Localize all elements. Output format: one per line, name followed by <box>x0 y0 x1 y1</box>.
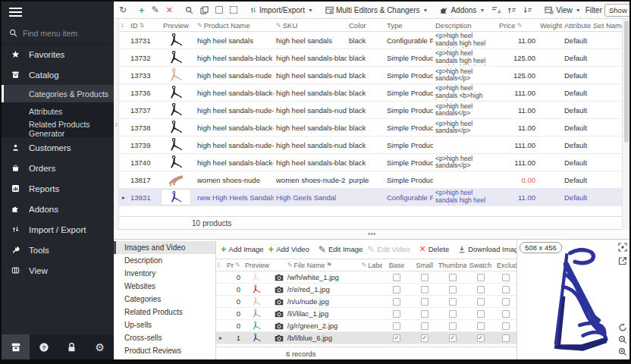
search-products-button[interactable] <box>183 5 196 15</box>
column-header-id[interactable]: ID⇅ <box>128 21 157 30</box>
tab-images-and-video[interactable]: Images and Video <box>114 241 215 254</box>
column-header-preview[interactable]: Preview <box>157 21 195 30</box>
scrollbar-thumb[interactable] <box>624 20 629 143</box>
column-header-swatch[interactable]: Swatch <box>466 262 494 269</box>
store-button[interactable] <box>2 334 30 359</box>
sidebar-item-orders[interactable]: Orders <box>2 158 114 178</box>
lock-button[interactable] <box>58 334 86 359</box>
column-header-description[interactable]: Description <box>433 21 497 30</box>
column-header-type[interactable]: Type <box>385 21 433 30</box>
sidebar-item-attributes[interactable]: Attributes <box>2 102 114 120</box>
panel-splitter[interactable]: ••• <box>114 230 629 239</box>
fit-screen-button[interactable] <box>618 243 627 252</box>
tab-description[interactable]: Description <box>114 254 215 267</box>
edit-video-button[interactable]: ✎Edit Video <box>366 244 411 255</box>
image-flag-checkbox[interactable] <box>393 286 400 293</box>
image-row[interactable]: ▸1/b/l/blue_6.jpg <box>216 332 516 344</box>
column-header-sku[interactable]: ✎SKU <box>274 21 347 30</box>
column-header-color[interactable]: Color <box>347 21 385 30</box>
sort-az-button[interactable]: A <box>489 5 503 15</box>
refresh-button[interactable]: ↻ <box>117 5 129 15</box>
image-flag-checkbox[interactable] <box>421 322 429 330</box>
product-row[interactable]: 13733high heel sandals-nudehigh heel san… <box>119 67 622 84</box>
sidebar-item-reports[interactable]: Reports <box>2 178 114 199</box>
product-row[interactable]: 13738high heel sandals-black-37high heel… <box>119 119 622 136</box>
product-row[interactable]: 13731high heel sandalshigh heel sandalsb… <box>119 32 622 49</box>
image-flag-checkbox[interactable] <box>477 322 485 330</box>
tab-product-reviews[interactable]: Product Reviews <box>114 344 215 357</box>
image-row[interactable]: 0/w/h/white_1.jpg <box>216 271 516 284</box>
product-row[interactable]: 13737high heel sandals-nude-36high heel … <box>119 102 622 119</box>
sidebar-item-favorites[interactable]: Favorites <box>2 44 114 64</box>
product-row[interactable]: 13739high heel sandals-nude-37high heel … <box>119 136 622 154</box>
settings-button[interactable]: ⚙ <box>86 334 114 359</box>
image-flag-checkbox[interactable] <box>421 310 429 318</box>
tab-inventory[interactable]: Inventory <box>114 267 215 280</box>
add-product-button[interactable]: + <box>137 5 147 16</box>
image-flag-checkbox[interactable] <box>393 322 400 330</box>
delete-product-button[interactable]: ✕ <box>164 5 175 15</box>
filter-select[interactable]: Show products from selected categories▼ <box>604 4 629 17</box>
image-flag-checkbox[interactable] <box>502 334 510 342</box>
add-image-button[interactable]: +Add Image <box>219 243 265 255</box>
sidebar-item-import-export[interactable]: Import / Export <box>2 219 114 240</box>
image-flag-checkbox[interactable] <box>477 274 485 281</box>
image-row[interactable]: 0/n/u/nude.jpg <box>216 296 516 308</box>
tab-related-products[interactable]: Related Products <box>114 306 215 318</box>
image-flag-checkbox[interactable] <box>502 274 510 281</box>
select-all-button[interactable] <box>213 5 225 14</box>
grid-scrollbar[interactable] <box>622 19 629 230</box>
product-row[interactable]: 13732high heel sandals-blackhigh heel sa… <box>119 49 622 67</box>
image-flag-checkbox[interactable] <box>449 286 457 293</box>
column-header-file-name[interactable]: ✎File Name⚑ <box>286 262 351 269</box>
image-flag-checkbox[interactable] <box>502 310 510 318</box>
sidebar-item-view[interactable]: View <box>2 260 114 281</box>
image-flag-checkbox[interactable] <box>502 298 510 306</box>
column-header-small[interactable]: Small <box>410 262 438 269</box>
zoom-in-button[interactable] <box>618 347 627 356</box>
open-external-button[interactable] <box>618 256 627 265</box>
image-flag-checkbox[interactable] <box>449 274 457 281</box>
image-flag-checkbox[interactable] <box>477 334 485 342</box>
product-row[interactable]: 13736high heel sandals-black-36high heel… <box>119 84 622 102</box>
column-header-label[interactable]: ✎Label <box>360 262 383 269</box>
expand-rows-button[interactable] <box>505 5 519 15</box>
column-header-exclude[interactable]: ✎Exclude <box>494 262 516 269</box>
product-row[interactable]: 13817women shoes-nudewomen shoes-nude-2p… <box>119 171 622 189</box>
sidebar-item-customers[interactable]: Customers <box>2 137 114 158</box>
add-video-button[interactable]: +Add Video <box>267 243 311 255</box>
row-expander[interactable]: ▸ <box>216 334 225 341</box>
view-menu[interactable]: View▼ <box>542 5 582 15</box>
menu-toggle-button[interactable] <box>2 2 114 23</box>
image-flag-checkbox[interactable] <box>449 322 457 330</box>
sidebar-item-related-products-generator[interactable]: Related Products Generator <box>2 120 114 137</box>
sidebar-item-catalog[interactable]: Catalog <box>2 64 114 85</box>
image-flag-checkbox[interactable] <box>477 286 485 293</box>
edit-product-button[interactable]: ✎ <box>149 5 162 15</box>
image-flag-checkbox[interactable] <box>421 274 429 281</box>
sidebar-splitter[interactable]: ⁞⁞ <box>114 19 119 230</box>
image-flag-checkbox[interactable] <box>393 310 400 318</box>
column-header-thumbnail[interactable]: Thumbna <box>438 262 466 269</box>
rotate-button[interactable] <box>618 323 627 332</box>
help-button[interactable]: ? <box>30 334 58 359</box>
zoom-out-button[interactable] <box>618 335 627 344</box>
collapse-rows-button[interactable] <box>521 5 535 15</box>
image-row[interactable]: 0/r/e/red_1.jpg <box>216 284 516 296</box>
image-flag-checkbox[interactable] <box>477 298 485 306</box>
deselect-button[interactable] <box>228 5 240 14</box>
tab-categories[interactable]: Categories <box>114 293 215 306</box>
tab-cross-sells[interactable]: Cross-sells <box>114 331 215 344</box>
duplicate-button[interactable] <box>198 5 211 15</box>
column-header-weight[interactable]: Weight <box>538 21 562 30</box>
grid-corner[interactable]: ⁞ <box>216 262 225 268</box>
image-flag-checkbox[interactable] <box>393 298 400 306</box>
multi-editors-menu[interactable]: Multi Editors & Changers▼ <box>323 5 431 15</box>
sidebar-item-categories-products[interactable]: Categories & Products <box>2 85 114 102</box>
product-row[interactable]: 13740high heel sandals-black-38high heel… <box>119 154 622 171</box>
column-header-pr[interactable]: Pr✎ <box>225 262 242 269</box>
edit-image-button[interactable]: ✎Edit Image <box>317 244 364 255</box>
image-row[interactable]: 0/g/r/green_2.jpg <box>216 320 516 332</box>
image-row[interactable]: 0/l/i/lilac_1.jpg <box>216 308 516 320</box>
image-flag-checkbox[interactable] <box>393 274 400 281</box>
